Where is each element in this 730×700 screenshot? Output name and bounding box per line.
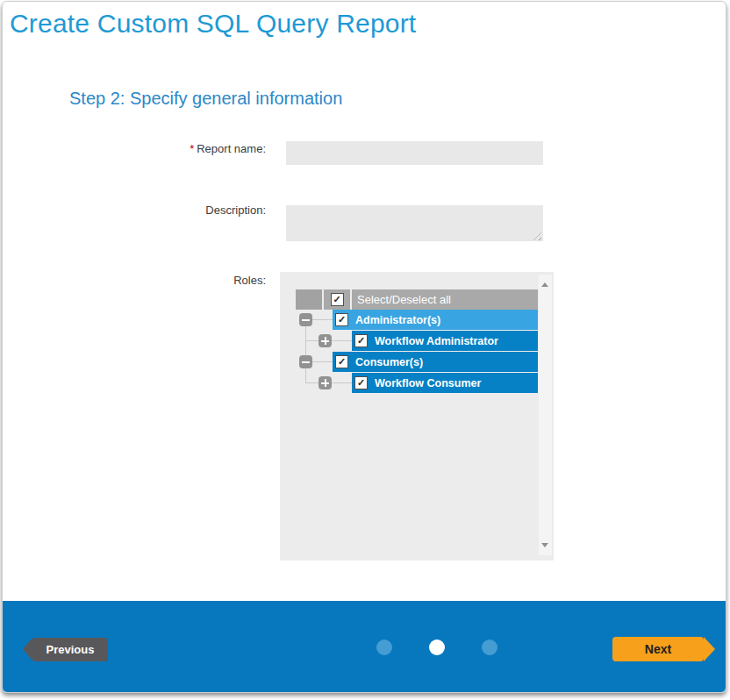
scroll-down-icon[interactable]: [541, 543, 548, 547]
roles-scrollbar[interactable]: [539, 275, 552, 555]
header-checkbox-cell: ✓: [324, 289, 350, 310]
checkmark-icon: ✓: [338, 315, 346, 325]
collapse-icon[interactable]: [299, 355, 312, 368]
page-dot: [429, 639, 445, 655]
page-dot: [482, 639, 497, 655]
previous-button[interactable]: Previous: [32, 638, 108, 661]
description-input[interactable]: [286, 205, 543, 241]
roles-label-text: Roles:: [233, 274, 266, 287]
role-label: Workflow Consumer: [375, 377, 481, 389]
select-all-label: Select/Deselect all: [357, 293, 451, 306]
role-label: Administrator(s): [355, 314, 440, 326]
report-name-input[interactable]: [286, 141, 543, 165]
wizard-window: Create Custom SQL Query Report Step 2: S…: [2, 1, 726, 693]
expand-icon[interactable]: [318, 376, 332, 389]
role-checkbox[interactable]: ✓: [354, 376, 368, 389]
next-button-label: Next: [645, 642, 671, 656]
previous-button-label: Previous: [47, 643, 95, 656]
expand-icon[interactable]: [318, 334, 332, 347]
collapse-icon[interactable]: [299, 313, 312, 326]
tree-row-administrators[interactable]: ✓ Administrator(s): [333, 310, 538, 330]
description-label-text: Description:: [205, 204, 266, 217]
required-marker: *: [190, 142, 194, 155]
scroll-up-icon[interactable]: [541, 282, 548, 287]
tree-row-consumers[interactable]: ✓ Consumer(s): [333, 352, 538, 372]
select-all-header: ✓ Select/Deselect all: [296, 289, 538, 310]
report-name-label: *Report name:: [117, 142, 266, 155]
role-label: Consumer(s): [355, 356, 423, 368]
description-label: Description:: [117, 204, 266, 217]
footer-bar: Previous Next: [3, 601, 726, 692]
next-button[interactable]: Next: [612, 637, 704, 661]
role-checkbox[interactable]: ✓: [335, 355, 348, 368]
tree-row-workflow-administrator[interactable]: ✓ Workflow Administrator: [352, 331, 538, 351]
role-checkbox[interactable]: ✓: [335, 313, 348, 326]
checkmark-icon: ✓: [357, 336, 365, 346]
role-label: Workflow Administrator: [375, 335, 498, 347]
tree-row-workflow-consumer[interactable]: ✓ Workflow Consumer: [352, 373, 538, 393]
role-checkbox[interactable]: ✓: [354, 334, 368, 347]
header-label-cell: Select/Deselect all: [352, 289, 538, 310]
roles-tree: ✓ Select/Deselect all ✓ Administrato: [296, 289, 538, 396]
checkmark-icon: ✓: [338, 357, 346, 367]
tree-connector-line: [305, 320, 306, 383]
checkmark-icon: ✓: [333, 295, 340, 304]
header-expander-cell: [296, 289, 322, 310]
checkmark-icon: ✓: [357, 378, 365, 388]
roles-label: Roles:: [117, 274, 266, 287]
select-all-checkbox[interactable]: ✓: [331, 293, 344, 306]
page-dot: [376, 639, 392, 655]
page-title: Create Custom SQL Query Report: [10, 9, 416, 39]
step-heading: Step 2: Specify general information: [69, 89, 342, 109]
roles-panel: ✓ Select/Deselect all ✓ Administrato: [280, 272, 554, 561]
report-name-label-text: Report name:: [197, 142, 266, 155]
